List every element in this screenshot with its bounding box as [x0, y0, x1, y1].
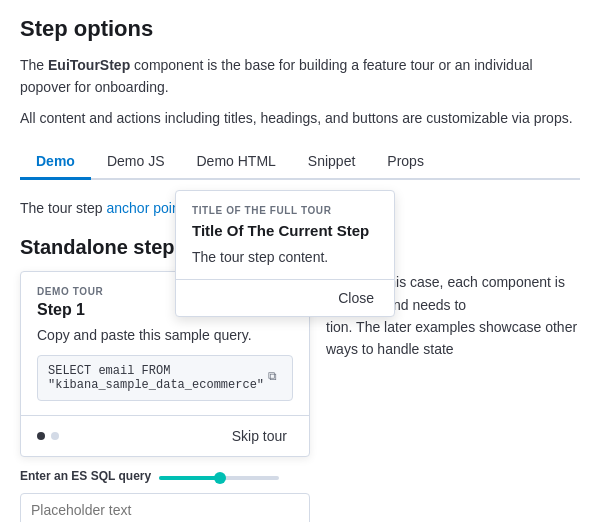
description-paragraph-1: The EuiTourStep component is the base fo… [20, 54, 580, 99]
popover-body: TITLE OF THE FULL TOUR Title Of The Curr… [176, 191, 394, 279]
es-sql-input[interactable] [20, 493, 310, 522]
tab-demo[interactable]: Demo [20, 145, 91, 180]
desc1-bold: EuiTourStep [48, 57, 130, 73]
popover-footer: Close [176, 279, 394, 316]
popover-subtitle: TITLE OF THE FULL TOUR [192, 205, 378, 216]
tab-demo-html[interactable]: Demo HTML [180, 145, 291, 180]
slider-track[interactable] [159, 476, 279, 480]
popover-title: Title Of The Current Step [192, 222, 378, 239]
input-label: Enter an ES SQL query [20, 469, 151, 483]
code-block: SELECT email FROM "kibana_sample_data_ec… [37, 355, 293, 401]
dot-1 [37, 432, 45, 440]
step-card-description: Copy and paste this sample query. [37, 327, 293, 343]
step-card-footer: Skip tour [21, 415, 309, 456]
tab-snippet[interactable]: Snippet [292, 145, 371, 180]
copy-icon[interactable]: ⧉ [268, 370, 284, 386]
popover-card: TITLE OF THE FULL TOUR Title Of The Curr… [175, 190, 395, 317]
tab-props[interactable]: Props [371, 145, 440, 180]
desc1-prefix: The [20, 57, 48, 73]
input-section: Enter an ES SQL query [20, 469, 580, 522]
code-text: SELECT email FROM "kibana_sample_data_ec… [48, 364, 264, 392]
skip-tour-button[interactable]: Skip tour [226, 426, 293, 446]
right-text-2: tion. The later examples showcase other … [326, 319, 577, 357]
input-slider-row: Enter an ES SQL query [20, 469, 580, 487]
page-container: Step options The EuiTourStep component i… [0, 0, 600, 522]
anchor-point-link[interactable]: anchor point [107, 196, 184, 216]
popover-content: The tour step content. [192, 249, 378, 265]
close-button[interactable]: Close [330, 288, 382, 308]
page-title: Step options [20, 16, 580, 42]
demo-area: The tour step anchor point TITLE OF THE … [20, 180, 580, 228]
dot-2 [51, 432, 59, 440]
tour-step-label: The tour step [20, 196, 103, 216]
description-paragraph-2: All content and actions including titles… [20, 107, 580, 129]
tab-demo-js[interactable]: Demo JS [91, 145, 181, 180]
progress-dots [37, 432, 59, 440]
slider-thumb[interactable] [214, 472, 226, 484]
slider-fill [159, 476, 219, 480]
tabs-bar: Demo Demo JS Demo HTML Snippet Props [20, 145, 580, 180]
